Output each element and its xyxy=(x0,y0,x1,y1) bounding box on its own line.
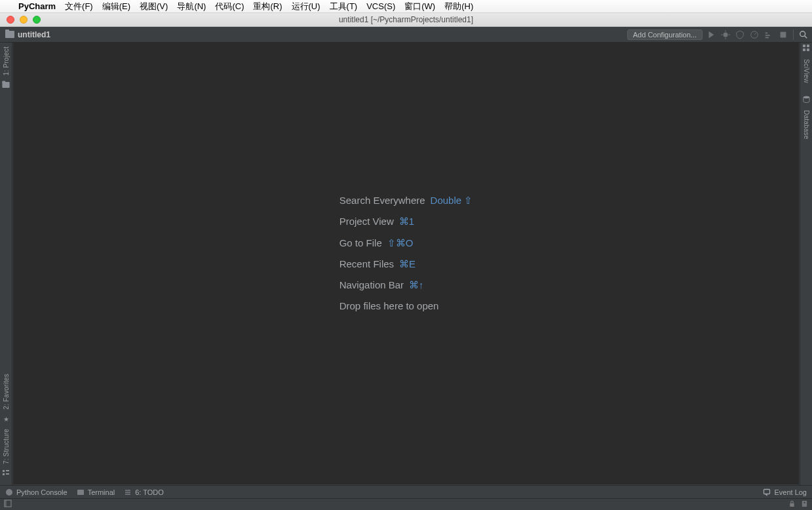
svg-rect-27 xyxy=(802,500,807,506)
navigation-bar: untitled1 Add Configuration... xyxy=(0,27,812,43)
svg-rect-15 xyxy=(6,473,9,475)
svg-rect-17 xyxy=(807,45,809,47)
add-configuration-button[interactable]: Add Configuration... xyxy=(627,29,703,40)
close-window-button[interactable] xyxy=(7,16,14,24)
hint-recent-shortcut: ⌘E xyxy=(399,258,416,269)
menu-navigate[interactable]: 导航(N) xyxy=(177,1,206,12)
menu-edit[interactable]: 编辑(E) xyxy=(102,1,130,12)
database-icon xyxy=(803,94,810,106)
tool-sciview[interactable]: SciView xyxy=(803,55,810,87)
menu-tools[interactable]: 工具(T) xyxy=(330,1,358,12)
main-area: 1: Project 2: Favorites ★ 7: Structure S… xyxy=(0,43,812,485)
event-log-label: Event Log xyxy=(774,488,807,496)
hint-navbar-shortcut: ⌘↑ xyxy=(409,279,424,290)
svg-point-0 xyxy=(724,32,728,37)
welcome-hints: Search EverywhereDouble ⇧ Project View⌘1… xyxy=(339,190,473,317)
bottom-toolbar: Python Console Terminal 6: TODO Event Lo… xyxy=(0,485,812,498)
window-controls xyxy=(7,16,41,24)
hint-search-shortcut: Double ⇧ xyxy=(431,195,473,206)
hint-search-everywhere: Search Everywhere xyxy=(339,195,425,206)
svg-rect-12 xyxy=(3,470,5,472)
terminal-label: Terminal xyxy=(88,488,115,496)
tool-database[interactable]: Database xyxy=(803,106,810,143)
svg-rect-22 xyxy=(77,490,84,495)
inspection-icon[interactable] xyxy=(801,500,808,509)
hint-goto-file: Go to File xyxy=(339,237,382,248)
tool-favorites[interactable]: 2: Favorites xyxy=(3,370,10,414)
app-name[interactable]: PyCharm xyxy=(18,1,56,11)
debug-icon[interactable] xyxy=(720,29,731,41)
python-console-tab[interactable]: Python Console xyxy=(5,488,68,496)
window-title: untitled1 [~/PycharmProjects/untitled1] xyxy=(339,15,473,24)
minimize-window-button[interactable] xyxy=(20,16,28,24)
terminal-tab[interactable]: Terminal xyxy=(77,488,115,496)
star-icon: ★ xyxy=(3,414,9,425)
toolwindow-toggle-icon[interactable] xyxy=(4,500,12,509)
menu-vcs[interactable]: VCS(S) xyxy=(366,1,395,11)
lock-icon[interactable] xyxy=(788,500,796,509)
menu-window[interactable]: 窗口(W) xyxy=(404,1,435,12)
status-bar xyxy=(0,498,812,510)
hint-project-shortcut: ⌘1 xyxy=(399,216,414,227)
svg-rect-8 xyxy=(765,37,769,38)
svg-point-21 xyxy=(6,489,12,496)
folder-icon xyxy=(1,79,10,92)
titlebar: untitled1 [~/PycharmProjects/untitled1] xyxy=(0,13,812,27)
svg-rect-18 xyxy=(803,49,805,51)
mac-menubar: PyCharm 文件(F) 编辑(E) 视图(V) 导航(N) 代码(C) 重构… xyxy=(0,0,812,13)
todo-tab[interactable]: 6: TODO xyxy=(124,488,164,496)
right-tool-gutter: SciView Database xyxy=(800,43,812,485)
structure-icon xyxy=(3,468,9,480)
menu-code[interactable]: 代码(C) xyxy=(215,1,244,12)
hint-drop-files: Drop files here to open xyxy=(339,300,439,311)
separator xyxy=(793,29,794,40)
breadcrumb-label: untitled1 xyxy=(18,30,50,39)
svg-rect-16 xyxy=(803,45,805,47)
stop-icon[interactable] xyxy=(777,29,789,41)
tool-structure[interactable]: 7: Structure xyxy=(3,425,10,468)
left-tool-gutter: 1: Project 2: Favorites ★ 7: Structure xyxy=(0,43,12,485)
python-console-label: Python Console xyxy=(16,488,68,496)
hint-navigation-bar: Navigation Bar xyxy=(339,279,404,290)
todo-label: 6: TODO xyxy=(135,488,164,496)
run-icon[interactable] xyxy=(705,29,717,41)
svg-point-10 xyxy=(800,31,805,36)
svg-rect-19 xyxy=(807,49,809,51)
search-everywhere-icon[interactable] xyxy=(798,29,809,41)
svg-rect-13 xyxy=(6,470,9,471)
hint-project-view: Project View xyxy=(339,216,394,227)
breadcrumb[interactable]: untitled1 xyxy=(5,30,50,39)
coverage-icon[interactable] xyxy=(734,29,746,41)
svg-rect-23 xyxy=(764,489,770,494)
menu-view[interactable]: 视图(V) xyxy=(140,1,168,12)
svg-rect-6 xyxy=(765,32,768,33)
hint-recent-files: Recent Files xyxy=(339,258,394,269)
svg-point-20 xyxy=(803,96,809,98)
menu-file[interactable]: 文件(F) xyxy=(65,1,93,12)
svg-rect-25 xyxy=(5,500,7,507)
editor-area[interactable]: Search EverywhereDouble ⇧ Project View⌘1… xyxy=(12,43,800,485)
menu-refactor[interactable]: 重构(R) xyxy=(253,1,282,12)
hint-goto-shortcut: ⇧⌘O xyxy=(387,237,414,248)
maximize-window-button[interactable] xyxy=(33,16,41,24)
profile-icon[interactable] xyxy=(748,29,760,41)
svg-rect-9 xyxy=(781,31,786,37)
tool-project[interactable]: 1: Project xyxy=(3,43,10,79)
folder-icon xyxy=(5,31,14,38)
event-log-tab[interactable]: Event Log xyxy=(763,488,807,496)
sciview-icon xyxy=(803,43,810,55)
svg-rect-7 xyxy=(765,35,770,36)
concurrency-icon[interactable] xyxy=(763,29,775,41)
svg-line-11 xyxy=(805,35,807,38)
svg-rect-14 xyxy=(3,473,5,475)
menu-help[interactable]: 帮助(H) xyxy=(444,1,473,12)
menu-run[interactable]: 运行(U) xyxy=(292,1,320,12)
svg-point-28 xyxy=(803,501,805,503)
svg-rect-26 xyxy=(790,503,794,507)
